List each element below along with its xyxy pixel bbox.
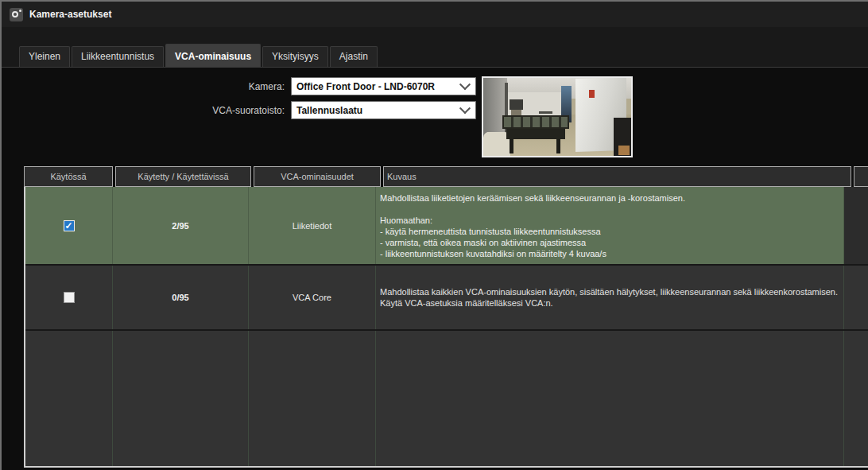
- preview-foosball-table: [502, 115, 569, 155]
- header-enabled: Käytössä: [24, 166, 113, 187]
- table-header-row: Käytössä Käytetty / Käytettävissä VCA-om…: [24, 166, 868, 187]
- tab-ajastin[interactable]: Ajastin: [330, 46, 378, 67]
- vca-features-table: Käytössä Käytetty / Käytettävissä VCA-om…: [24, 166, 868, 468]
- vca-stream-label: VCA-suoratoisto:: [2, 105, 285, 116]
- enabled-cell: [25, 266, 113, 329]
- camera-select-value: Office Front Door - LND-6070R: [296, 81, 435, 92]
- empty-cell: [25, 331, 113, 466]
- header-usage: Käytetty / Käytettävissä: [115, 166, 251, 187]
- feature-cell: VCA Core: [249, 266, 376, 329]
- table-body: 2/95 Liiketiedot Mahdollistaa liiketieto…: [24, 187, 868, 468]
- preview-small-table: [539, 111, 552, 114]
- preview-red-sign: [589, 90, 595, 98]
- preview-foosball-body: [506, 129, 565, 139]
- camera-nub-glyph: [19, 10, 21, 12]
- usage-cell: 2/95: [113, 187, 249, 264]
- preview-box: [618, 146, 630, 155]
- usage-value: 2/95: [172, 221, 188, 231]
- tab-vca-ominaisuus[interactable]: VCA-ominaisuus: [165, 44, 261, 67]
- chevron-down-icon: [459, 79, 471, 90]
- feature-name: VCA Core: [293, 293, 331, 302]
- preview-foosball-leg: [556, 139, 560, 153]
- feature-name: Liiketiedot: [293, 221, 332, 231]
- description-cell: Mahdollistaa kaikkien VCA-ominaisuuksien…: [376, 266, 844, 329]
- camera-preview-image: [482, 76, 633, 157]
- vca-core-checkbox[interactable]: [64, 292, 75, 303]
- table-row-liiketiedot[interactable]: 2/95 Liiketiedot Mahdollistaa liiketieto…: [25, 187, 868, 266]
- header-spacer: [854, 166, 868, 187]
- camera-select[interactable]: Office Front Door - LND-6070R: [291, 77, 476, 95]
- camera-settings-window: Kamera-asetukset Yleinen Liikkeentunnist…: [0, 0, 868, 470]
- header-features: VCA-ominaisuudet: [254, 166, 381, 187]
- chevron-down-icon: [459, 103, 471, 114]
- empty-cell: [844, 331, 868, 466]
- tabs-container: Yleinen Liikkeentunnistus VCA-ominaisuus…: [19, 44, 378, 67]
- camera-label: Kamera:: [2, 81, 285, 92]
- table-empty-row: [25, 331, 868, 466]
- tab-strip: Yleinen Liikkeentunnistus VCA-ominaisuus…: [2, 27, 868, 68]
- usage-value: 0/95: [172, 293, 188, 302]
- tab-yleinen[interactable]: Yleinen: [19, 46, 70, 67]
- liiketiedot-checkbox[interactable]: [64, 220, 75, 231]
- tab-yksityisyys[interactable]: Yksityisyys: [262, 46, 328, 67]
- header-description: Kuvaus: [383, 166, 851, 187]
- enabled-cell: [25, 187, 113, 264]
- camera-settings-icon: [10, 8, 23, 21]
- empty-cell: [113, 331, 249, 466]
- feature-description: Mahdollistaa liiketietojen keräämisen se…: [380, 192, 685, 259]
- preview-foosball-top: [502, 115, 569, 129]
- preview-foosball-leg: [510, 139, 513, 153]
- usage-cell: 0/95: [113, 266, 249, 329]
- table-row-vca-core[interactable]: 0/95 VCA Core Mahdollistaa kaikkien VCA-…: [25, 266, 868, 331]
- description-cell: Mahdollistaa liiketietojen keräämisen se…: [376, 187, 844, 264]
- spacer-cell: [844, 187, 868, 264]
- feature-description: Mahdollistaa kaikkien VCA-ominaisuuksien…: [380, 286, 839, 309]
- title-bar: Kamera-asetukset: [2, 2, 868, 27]
- vca-stream-select-value: Tallennuslaatu: [296, 105, 362, 116]
- empty-cell: [376, 331, 844, 466]
- tab-liikkeentunnistus[interactable]: Liikkeentunnistus: [72, 46, 164, 67]
- tab-page-content: Kamera: Office Front Door - LND-6070R VC…: [2, 68, 868, 470]
- feature-cell: Liiketiedot: [249, 187, 376, 264]
- vca-stream-select[interactable]: Tallennuslaatu: [291, 101, 476, 119]
- empty-cell: [249, 331, 376, 466]
- preview-printer: [510, 99, 523, 110]
- camera-lens-glyph: [12, 11, 18, 17]
- window-title: Kamera-asetukset: [29, 9, 111, 20]
- spacer-cell: [844, 266, 868, 329]
